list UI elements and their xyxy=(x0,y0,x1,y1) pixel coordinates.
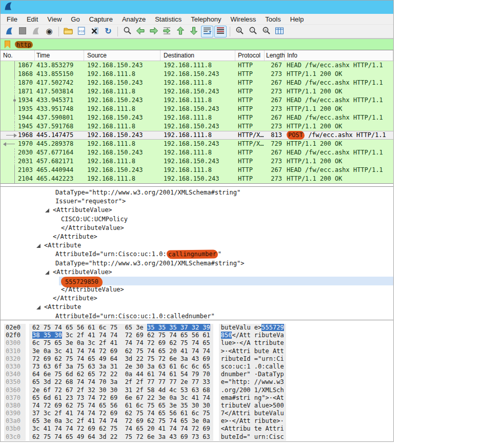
menu-item-view[interactable]: View xyxy=(43,15,66,24)
column-header-info[interactable]: Info xyxy=(285,50,393,61)
menu-item-file[interactable]: File xyxy=(2,15,22,24)
menu-item-tools[interactable]: Tools xyxy=(260,15,285,24)
hex-row[interactable]: 038074 72 69 62 75 74 65 56 61 6c 75 65 … xyxy=(1,402,393,410)
save-file-button[interactable]: 010 xyxy=(75,26,88,37)
bytes-text: 3c 2f 41 74 74 xyxy=(62,332,117,339)
go-forward-button[interactable] xyxy=(148,26,160,37)
hex-row[interactable]: 03103e 0a 3c 41 74 74 72 69 62 75 74 65 … xyxy=(1,347,393,355)
go-to-packet-button[interactable] xyxy=(161,26,173,37)
title-bar[interactable] xyxy=(1,1,393,14)
related-packet-marker xyxy=(1,79,18,87)
column-header-destination[interactable]: Destination xyxy=(160,50,235,61)
hex-row[interactable]: 033073 63 6f 3a 75 63 3a 31 2e 30 3a 63 … xyxy=(1,363,393,371)
cell-source: 192.168.111.8 xyxy=(84,70,160,79)
detail-line[interactable]: <AttributeValue> xyxy=(1,206,393,215)
column-header-no[interactable]: No. xyxy=(1,50,35,61)
detail-line[interactable]: <Attribute xyxy=(1,303,393,312)
detail-line[interactable]: DataType="http://www.w3.org/2001/XMLSche… xyxy=(1,188,393,197)
shark-fin-icon xyxy=(5,26,14,37)
bytes-text: 3c 41 74 74 72 69 62 75 xyxy=(32,425,117,432)
packet-row[interactable]: 1944437.590801192.168.150.243192.168.111… xyxy=(1,113,393,122)
reload-button[interactable]: ↻ xyxy=(102,26,114,37)
hex-row[interactable]: 02e062 75 74 65 56 61 6c 75 65 3e 35 35 … xyxy=(1,324,393,332)
detail-line[interactable]: </Attribute> xyxy=(1,294,393,303)
column-header-source[interactable]: Source xyxy=(84,50,160,61)
detail-line[interactable]: Issuer="requestor"> xyxy=(1,197,393,206)
packet-row[interactable]: 1870417.502742192.168.150.243192.168.111… xyxy=(1,79,393,87)
detail-line[interactable]: AttributeId="urn:Cisco:uc:1.0:callednumb… xyxy=(1,312,393,320)
menu-item-capture[interactable]: Capture xyxy=(85,15,117,24)
hex-offset: 0350 xyxy=(4,378,26,386)
cell-destination: 192.168.150.243 xyxy=(160,140,235,148)
detail-line[interactable]: 555729850 xyxy=(1,277,393,285)
detail-line[interactable]: </AttributeValue> xyxy=(1,285,393,294)
packet-row[interactable]: 2031457.682171192.168.111.8192.168.150.2… xyxy=(1,157,393,166)
zoom-out-button[interactable]: - xyxy=(247,26,259,37)
magnifier-icon xyxy=(123,26,132,36)
hex-ascii: e>·</Att ribute>· xyxy=(219,417,286,425)
menu-item-go[interactable]: Go xyxy=(66,15,84,24)
detail-line[interactable]: AttributeId="urn:Cisco:uc:1.0:callingnum… xyxy=(1,250,393,259)
hex-row[interactable]: 034064 6e 75 6d 62 65 72 22 0a 44 61 74 … xyxy=(1,371,393,378)
packet-row[interactable]: 1867413.853279192.168.150.243192.168.111… xyxy=(1,61,393,70)
capture-options-button[interactable]: ◉ xyxy=(43,26,55,37)
cell-time: 413.853279 xyxy=(35,61,84,70)
menu-item-help[interactable]: Help xyxy=(286,15,309,24)
close-file-button[interactable] xyxy=(89,26,101,37)
go-last-packet-button[interactable] xyxy=(188,26,200,37)
hex-row[interactable]: 03c062 75 74 65 49 64 3d 22 75 72 6e 3a … xyxy=(1,433,393,441)
packet-row[interactable]: 2103465.440944192.168.150.243192.168.111… xyxy=(1,166,393,175)
column-header-protocol[interactable]: Protocol xyxy=(235,50,265,61)
cell-no: 1867 xyxy=(18,61,35,70)
menu-item-analyze[interactable]: Analyze xyxy=(117,15,150,24)
packet-row[interactable]: 2030457.677164192.168.150.243192.168.111… xyxy=(1,148,393,157)
hex-row[interactable]: 03602e 6f 72 67 2f 32 30 30 31 2f 58 4d … xyxy=(1,386,393,394)
open-file-button[interactable] xyxy=(62,26,74,37)
stop-capture-button[interactable] xyxy=(16,26,29,37)
column-header-length[interactable]: Length xyxy=(265,50,285,61)
hex-row[interactable]: 03006c 75 65 3e 0a 3c 2f 41 74 74 72 69 … xyxy=(1,339,393,347)
find-packet-button[interactable] xyxy=(121,26,133,37)
menu-item-statistics[interactable]: Statistics xyxy=(150,15,186,24)
bookmark-icon[interactable] xyxy=(5,41,10,48)
packet-row[interactable]: 1934433.945371192.168.150.243192.168.111… xyxy=(1,96,393,105)
zoom-in-button[interactable]: + xyxy=(233,26,246,37)
hex-row[interactable]: 037065 6d 61 23 73 74 72 69 6e 67 22 3e … xyxy=(1,394,393,402)
packet-row[interactable]: 1871417.503814192.168.111.8192.168.150.2… xyxy=(1,87,393,96)
menu-item-telephony[interactable]: Telephony xyxy=(186,15,226,24)
go-back-button[interactable] xyxy=(134,26,147,37)
related-packet-marker xyxy=(1,113,18,122)
start-capture-button[interactable] xyxy=(3,26,15,37)
detail-line[interactable]: <AttributeValue> xyxy=(1,268,393,277)
menu-item-wireless[interactable]: Wireless xyxy=(226,15,260,24)
column-header-time[interactable]: Time xyxy=(35,50,84,61)
go-first-packet-button[interactable] xyxy=(174,26,187,37)
hex-row[interactable]: 02f038 35 30 3c 2f 41 74 74 72 69 62 75 … xyxy=(1,332,393,339)
detail-line[interactable]: </Attribute> xyxy=(1,233,393,241)
restart-capture-button[interactable] xyxy=(30,26,42,37)
cell-time: 437.590801 xyxy=(35,113,84,122)
packet-row[interactable]: 1868413.855150192.168.111.8192.168.150.2… xyxy=(1,70,393,79)
colorize-button[interactable] xyxy=(214,26,227,37)
packet-row[interactable]: 1945437.591768192.168.111.8192.168.150.2… xyxy=(1,122,393,131)
menu-item-edit[interactable]: Edit xyxy=(22,15,43,24)
zoom-100-button[interactable]: = xyxy=(260,26,272,37)
hex-row[interactable]: 039037 3c 2f 41 74 74 72 69 62 75 74 65 … xyxy=(1,410,393,417)
cell-protocol: HTTP xyxy=(235,113,265,122)
detail-line[interactable]: </AttributeValue> xyxy=(1,224,393,233)
filter-input[interactable]: http xyxy=(15,41,393,48)
packet-bytes-pane: 02e062 75 74 65 56 61 6c 75 65 3e 35 35 … xyxy=(1,323,393,441)
hex-row[interactable]: 03b03c 41 74 74 72 69 62 75 74 65 20 41 … xyxy=(1,425,393,433)
detail-line[interactable]: CISCO:UC:UCMPolicy xyxy=(1,215,393,224)
packet-row[interactable]: 2104465.442223192.168.111.8192.168.150.2… xyxy=(1,175,393,183)
auto-scroll-button[interactable] xyxy=(201,26,213,37)
hex-row[interactable]: 032072 69 62 75 74 65 49 64 3d 22 75 72 … xyxy=(1,355,393,363)
hex-row[interactable]: 035065 3d 22 68 74 74 70 3a 2f 2f 77 77 … xyxy=(1,378,393,386)
resize-columns-button[interactable] xyxy=(273,26,286,37)
hex-row[interactable]: 03a065 3e 0a 3c 2f 41 74 74 72 69 62 75 … xyxy=(1,417,393,425)
packet-row[interactable]: 1935433.951748192.168.111.8192.168.150.2… xyxy=(1,105,393,113)
packet-row[interactable]: 1968445.147475192.168.150.243192.168.111… xyxy=(1,131,393,140)
detail-line[interactable]: DataType="http://www.w3.org/2001/XMLSche… xyxy=(1,259,393,268)
packet-row[interactable]: 1970445.289378192.168.111.8192.168.150.2… xyxy=(1,140,393,148)
detail-line[interactable]: <Attribute xyxy=(1,241,393,250)
